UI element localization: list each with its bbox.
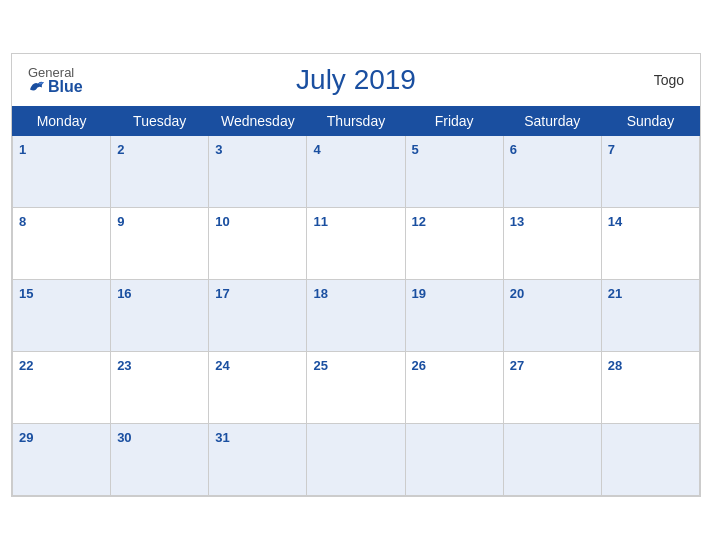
calendar-cell: 6 (503, 136, 601, 208)
calendar-cell: 12 (405, 208, 503, 280)
calendar-cell (503, 424, 601, 496)
calendar-week-row: 15161718192021 (13, 280, 700, 352)
day-number: 22 (19, 358, 33, 373)
calendar-cell: 26 (405, 352, 503, 424)
calendar-cell: 25 (307, 352, 405, 424)
calendar-week-row: 1234567 (13, 136, 700, 208)
calendar-cell: 28 (601, 352, 699, 424)
logo-blue-text: Blue (28, 79, 83, 95)
weekday-saturday: Saturday (503, 107, 601, 136)
logo-bird-icon (28, 80, 46, 94)
calendar-grid: Monday Tuesday Wednesday Thursday Friday… (12, 106, 700, 496)
calendar-cell: 22 (13, 352, 111, 424)
weekday-sunday: Sunday (601, 107, 699, 136)
day-number: 1 (19, 142, 26, 157)
weekday-tuesday: Tuesday (111, 107, 209, 136)
weekday-thursday: Thursday (307, 107, 405, 136)
calendar-cell: 14 (601, 208, 699, 280)
calendar-week-row: 22232425262728 (13, 352, 700, 424)
weekday-header-row: Monday Tuesday Wednesday Thursday Friday… (13, 107, 700, 136)
calendar-cell: 11 (307, 208, 405, 280)
calendar-cell: 5 (405, 136, 503, 208)
day-number: 28 (608, 358, 622, 373)
calendar-cell: 20 (503, 280, 601, 352)
day-number: 18 (313, 286, 327, 301)
calendar-cell: 27 (503, 352, 601, 424)
day-number: 3 (215, 142, 222, 157)
calendar-cell: 24 (209, 352, 307, 424)
day-number: 30 (117, 430, 131, 445)
calendar-cell (307, 424, 405, 496)
calendar-cell: 16 (111, 280, 209, 352)
calendar-cell: 4 (307, 136, 405, 208)
calendar-cell (405, 424, 503, 496)
logo: General Blue (28, 66, 83, 95)
weekday-friday: Friday (405, 107, 503, 136)
weekday-monday: Monday (13, 107, 111, 136)
day-number: 2 (117, 142, 124, 157)
day-number: 25 (313, 358, 327, 373)
day-number: 19 (412, 286, 426, 301)
calendar-cell: 17 (209, 280, 307, 352)
day-number: 5 (412, 142, 419, 157)
day-number: 21 (608, 286, 622, 301)
weekday-wednesday: Wednesday (209, 107, 307, 136)
day-number: 11 (313, 214, 327, 229)
day-number: 16 (117, 286, 131, 301)
calendar-cell: 3 (209, 136, 307, 208)
day-number: 13 (510, 214, 524, 229)
day-number: 15 (19, 286, 33, 301)
day-number: 9 (117, 214, 124, 229)
day-number: 7 (608, 142, 615, 157)
day-number: 6 (510, 142, 517, 157)
day-number: 24 (215, 358, 229, 373)
calendar-cell: 1 (13, 136, 111, 208)
calendar-cell: 23 (111, 352, 209, 424)
calendar-week-row: 293031 (13, 424, 700, 496)
calendar-header: General Blue July 2019 Togo (12, 54, 700, 106)
calendar-cell: 31 (209, 424, 307, 496)
day-number: 31 (215, 430, 229, 445)
calendar-cell: 21 (601, 280, 699, 352)
country-label: Togo (654, 72, 684, 88)
calendar-cell: 18 (307, 280, 405, 352)
calendar-week-row: 891011121314 (13, 208, 700, 280)
calendar-cell: 15 (13, 280, 111, 352)
calendar-title: July 2019 (296, 64, 416, 96)
calendar-cell: 10 (209, 208, 307, 280)
day-number: 23 (117, 358, 131, 373)
calendar-cell: 29 (13, 424, 111, 496)
day-number: 10 (215, 214, 229, 229)
day-number: 4 (313, 142, 320, 157)
day-number: 17 (215, 286, 229, 301)
day-number: 12 (412, 214, 426, 229)
calendar-cell: 8 (13, 208, 111, 280)
day-number: 8 (19, 214, 26, 229)
day-number: 29 (19, 430, 33, 445)
calendar-cell (601, 424, 699, 496)
calendar-cell: 19 (405, 280, 503, 352)
day-number: 20 (510, 286, 524, 301)
day-number: 27 (510, 358, 524, 373)
calendar-cell: 9 (111, 208, 209, 280)
calendar-cell: 13 (503, 208, 601, 280)
calendar-container: General Blue July 2019 Togo Monday Tuesd… (11, 53, 701, 497)
calendar-cell: 7 (601, 136, 699, 208)
calendar-cell: 2 (111, 136, 209, 208)
day-number: 14 (608, 214, 622, 229)
calendar-cell: 30 (111, 424, 209, 496)
day-number: 26 (412, 358, 426, 373)
